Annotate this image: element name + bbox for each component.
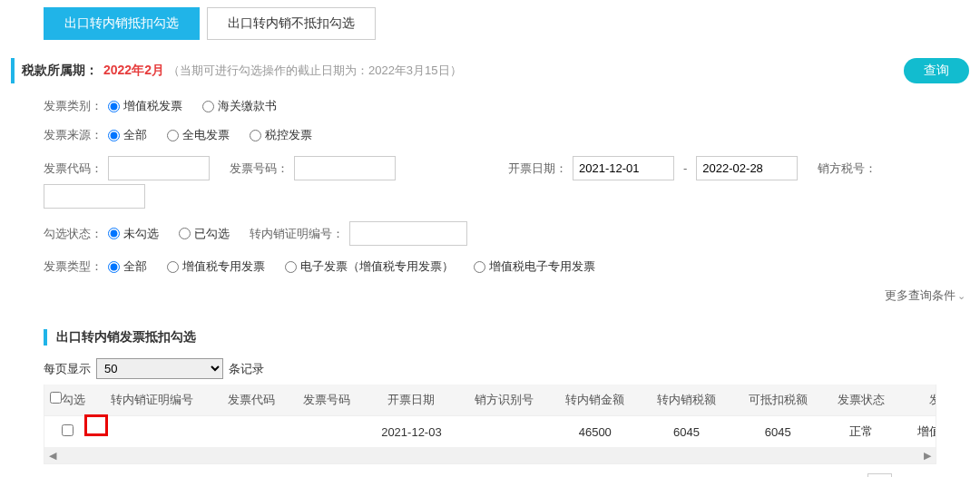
subsection-title: 出口转内销发票抵扣勾选 bbox=[44, 329, 969, 346]
radio-checked[interactable]: 已勾选 bbox=[179, 226, 230, 242]
label-cert-no: 转内销证明编号： bbox=[250, 226, 344, 242]
radio-customs-payment[interactable]: 海关缴款书 bbox=[202, 98, 277, 114]
label-invoice-type: 发票类型： bbox=[44, 258, 103, 275]
label-seller-tax-no: 销方税号： bbox=[818, 161, 877, 177]
section-header: 税款所属期： 2022年2月 （当期可进行勾选操作的截止日期为：2022年3月1… bbox=[11, 58, 969, 83]
tab-no-deduction-check[interactable]: 出口转内销不抵扣勾选 bbox=[207, 7, 376, 40]
cell-tax: 6045 bbox=[641, 416, 732, 448]
cell-date: 2021-12-03 bbox=[365, 416, 458, 448]
col-code: 发票代码 bbox=[213, 385, 289, 416]
col-amount: 转内销金额 bbox=[549, 385, 641, 416]
label-invoice-source: 发票来源： bbox=[44, 127, 103, 143]
period-note: （当期可进行勾选操作的截止日期为：2022年3月15日） bbox=[168, 63, 462, 79]
table-row: 2021-12-03 46500 6045 6045 正常 增值税专用发 bbox=[44, 416, 936, 448]
row-checkbox[interactable] bbox=[62, 424, 74, 436]
col-seller-id: 销方识别号 bbox=[458, 385, 550, 416]
date-separator: - bbox=[683, 161, 687, 175]
scroll-left-icon[interactable]: ◀ bbox=[44, 447, 61, 463]
label-check-status: 勾选状态： bbox=[44, 226, 103, 242]
radio-vat-invoice[interactable]: 增值税发票 bbox=[108, 98, 182, 114]
table-header-row: 勾选 转内销证明编号 发票代码 发票号码 开票日期 销方识别号 转内销金额 转内… bbox=[44, 385, 936, 416]
page-number[interactable]: 1 bbox=[867, 473, 892, 477]
col-tax: 转内销税额 bbox=[641, 385, 732, 416]
label-invoice-code: 发票代码： bbox=[44, 161, 103, 177]
radio-type-vat-elec-special[interactable]: 增值税电子专用发票 bbox=[474, 258, 595, 275]
pager: 上一页 1 下一页 bbox=[823, 473, 936, 477]
scroll-right-icon[interactable]: ▶ bbox=[919, 447, 936, 463]
pagesize-suffix: 条记录 bbox=[229, 361, 264, 377]
radio-type-all[interactable]: 全部 bbox=[108, 258, 147, 275]
input-cert-no[interactable] bbox=[349, 221, 467, 246]
label-invoice-category: 发票类别： bbox=[44, 98, 103, 114]
col-deductible: 可抵扣税额 bbox=[732, 385, 824, 416]
col-no: 发票号码 bbox=[289, 385, 365, 416]
period-value: 2022年2月 bbox=[103, 63, 164, 79]
cell-type: 增值税专用发 bbox=[899, 416, 936, 448]
input-invoice-no[interactable] bbox=[294, 156, 396, 180]
cell-deductible: 6045 bbox=[732, 416, 824, 448]
radio-source-full-elec[interactable]: 全电发票 bbox=[167, 127, 230, 143]
row-check-status: 勾选状态： 未勾选 已勾选 转内销证明编号： bbox=[44, 221, 969, 246]
tab-deduction-check[interactable]: 出口转内销抵扣勾选 bbox=[44, 7, 200, 40]
input-date-from[interactable] bbox=[573, 156, 674, 180]
row-invoice-type: 发票类型： 全部 增值税专用发票 电子发票（增值税专用发票） 增值税电子专用发票 bbox=[44, 258, 969, 275]
results-table-wrap: 勾选 转内销证明编号 发票代码 发票号码 开票日期 销方识别号 转内销金额 转内… bbox=[44, 385, 936, 464]
radio-unchecked[interactable]: 未勾选 bbox=[108, 226, 159, 242]
row-invoice-codes: 发票代码： 发票号码： 开票日期： - 销方税号： bbox=[44, 156, 969, 209]
col-date: 开票日期 bbox=[365, 385, 458, 416]
horizontal-scrollbar[interactable]: ◀ ▶ bbox=[44, 447, 936, 463]
pagesize-prefix: 每页显示 bbox=[44, 361, 91, 377]
footer-row: 显示 1 到 1 条，共 1 条记录 上一页 1 下一页 bbox=[44, 473, 936, 477]
radio-type-elec-vat-special[interactable]: 电子发票（增值税专用发票） bbox=[285, 258, 454, 275]
col-cert-no: 转内销证明编号 bbox=[91, 385, 213, 416]
cell-cert-no bbox=[91, 416, 213, 448]
radio-source-all[interactable]: 全部 bbox=[108, 127, 147, 143]
col-status: 发票状态 bbox=[824, 385, 900, 416]
input-seller-tax-no[interactable] bbox=[44, 184, 145, 209]
radio-type-vat-special[interactable]: 增值税专用发票 bbox=[167, 258, 265, 275]
period-label: 税款所属期： bbox=[22, 63, 98, 79]
row-invoice-category: 发票类别： 增值税发票 海关缴款书 bbox=[44, 98, 969, 114]
pagesize-select[interactable]: 50 bbox=[96, 358, 223, 379]
cell-code bbox=[213, 416, 289, 448]
label-invoice-no: 发票号码： bbox=[230, 161, 289, 177]
cell-seller-id bbox=[458, 416, 550, 448]
radio-source-tax-control[interactable]: 税控发票 bbox=[250, 127, 312, 143]
query-button[interactable]: 查询 bbox=[904, 58, 969, 83]
more-filters-toggle[interactable]: 更多查询条件⌄ bbox=[11, 287, 969, 304]
cell-status: 正常 bbox=[824, 416, 900, 448]
tab-row: 出口转内销抵扣勾选 出口转内销不抵扣勾选 bbox=[44, 7, 969, 40]
row-invoice-source: 发票来源： 全部 全电发票 税控发票 bbox=[44, 127, 969, 143]
col-type: 发票类型 bbox=[899, 385, 936, 416]
pagesize-row: 每页显示 50 条记录 bbox=[44, 358, 969, 379]
input-date-to[interactable] bbox=[696, 156, 798, 180]
cell-amount: 46500 bbox=[549, 416, 641, 448]
cell-no bbox=[289, 416, 365, 448]
results-table: 勾选 转内销证明编号 发票代码 发票号码 开票日期 销方识别号 转内销金额 转内… bbox=[44, 385, 936, 447]
chevron-down-icon: ⌄ bbox=[957, 290, 965, 301]
input-invoice-code[interactable] bbox=[108, 156, 210, 180]
select-all-checkbox[interactable] bbox=[50, 392, 62, 404]
label-invoice-date: 开票日期： bbox=[508, 161, 567, 177]
